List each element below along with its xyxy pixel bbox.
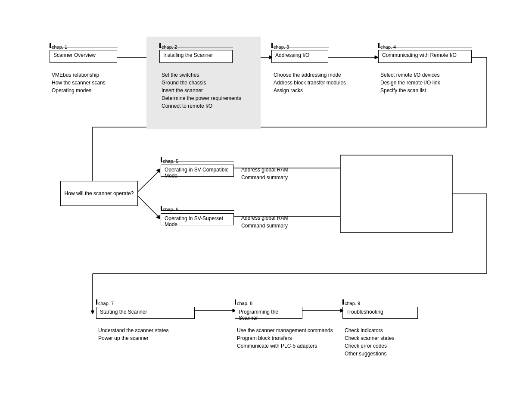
- chap6-bullet-1: Address global RAM: [241, 214, 288, 222]
- chap5-box: Operating in SV-Compatible Mode: [161, 165, 234, 177]
- chap1-title: Scanner Overview: [53, 52, 96, 58]
- chap9-bullet-1: Check indicators: [345, 327, 394, 334]
- chap2-bullet-4: Determine the power requirements: [162, 94, 241, 102]
- chap5-bullet-2: Command summary: [241, 174, 288, 181]
- svg-marker-27: [91, 311, 94, 314]
- chap5-bullet-1: Address global RAM: [241, 166, 288, 174]
- chap4-bullet-1: Select remote I/O devices: [380, 71, 440, 79]
- chap4-bullets: Select remote I/O devices Design the rem…: [380, 71, 440, 94]
- chap4-title: Communicating with Remote I/O: [382, 52, 457, 58]
- decision-box: How will the scanner operate?: [60, 181, 138, 206]
- chap5-bullets: Address global RAM Command summary: [241, 166, 288, 181]
- chap9-bullet-2: Check scanner states: [345, 334, 394, 342]
- chap1-bullet-1: VMEbus relationship: [52, 71, 106, 79]
- chap3-bullet-3: Assign racks: [274, 87, 346, 94]
- svg-marker-5: [375, 56, 378, 59]
- chap4-bullet-2: Design the remote I/O link: [380, 79, 440, 87]
- svg-marker-14: [156, 215, 160, 219]
- chap9-label: chap. 9: [345, 301, 360, 306]
- chap6-label: chap. 6: [163, 207, 178, 212]
- chap7-bullets: Understand the scanner states Power up t…: [98, 327, 168, 342]
- chap9-bullets: Check indicators Check scanner states Ch…: [345, 327, 394, 358]
- chap6-bullets: Address global RAM Command summary: [241, 214, 288, 230]
- chap7-label: chap. 7: [98, 301, 114, 306]
- chap7-bullet-1: Understand the scanner states: [98, 327, 168, 334]
- chap9-box: Troubleshooting: [342, 307, 418, 319]
- chap2-bullet-2: Ground the chassis: [162, 79, 241, 87]
- chap8-title: Programming the Scanner: [239, 309, 278, 321]
- chap9-bullet-3: Check error codes: [345, 342, 394, 350]
- chap9-bullet-4: Other suggestions: [345, 350, 394, 358]
- chap3-bullets: Choose the addressing mode Address block…: [274, 71, 346, 94]
- chap3-bullet-1: Choose the addressing mode: [274, 71, 346, 79]
- svg-line-11: [138, 171, 159, 192]
- chap2-title: Installing the Scanner: [163, 52, 213, 58]
- chap5-label: chap. 5: [163, 159, 178, 164]
- chap6-bullet-2: Command summary: [241, 222, 288, 230]
- chap4-bullet-3: Specify the scan list: [380, 87, 440, 94]
- chap2-bullet-5: Connect to remote I/O: [162, 102, 241, 110]
- chap1-box: Scanner Overview: [50, 50, 117, 63]
- chap8-bullets: Use the scanner management commands Prog…: [237, 327, 333, 350]
- chap1-bullet-3: Operating modes: [52, 87, 106, 94]
- chap9-title: Troubleshooting: [346, 309, 383, 315]
- chap2-bullet-1: Set the switches: [162, 71, 241, 79]
- chap7-title: Starting the Scanner: [100, 309, 147, 315]
- chap2-box: Installing the Scanner: [159, 50, 233, 63]
- chap8-bullet-1: Use the scanner management commands: [237, 327, 333, 334]
- svg-marker-12: [156, 169, 160, 173]
- chap1-bullets: VMEbus relationship How the scanner scan…: [52, 71, 106, 94]
- chap8-bullet-2: Program block transfers: [237, 334, 333, 342]
- chap5-title: Operating in SV-Compatible Mode: [165, 167, 229, 179]
- chap2-bullet-3: Insert the scanner: [162, 87, 241, 94]
- chap8-bullet-3: Communicate with PLC-5 adapters: [237, 342, 333, 350]
- svg-line-13: [138, 196, 159, 217]
- chap7-bullet-2: Power up the scanner: [98, 334, 168, 342]
- decision-label: How will the scanner operate?: [65, 190, 134, 196]
- chap3-bullet-2: Address block transfer modules: [274, 79, 346, 87]
- chap2-bullets: Set the switches Ground the chassis Inse…: [162, 71, 241, 110]
- chap7-box: Starting the Scanner: [96, 307, 195, 319]
- chap3-box: Addressing I/O: [271, 50, 328, 63]
- chap6-box: Operating in SV-Superset Mode: [161, 213, 234, 225]
- chap3-title: Addressing I/O: [275, 52, 309, 58]
- chap6-title: Operating in SV-Superset Mode: [165, 215, 223, 227]
- chap1-bullet-2: How the scanner scans: [52, 79, 106, 87]
- chap4-box: Communicating with Remote I/O: [378, 50, 472, 63]
- chap8-label: chap. 8: [237, 301, 252, 306]
- chap8-box: Programming the Scanner: [235, 307, 302, 319]
